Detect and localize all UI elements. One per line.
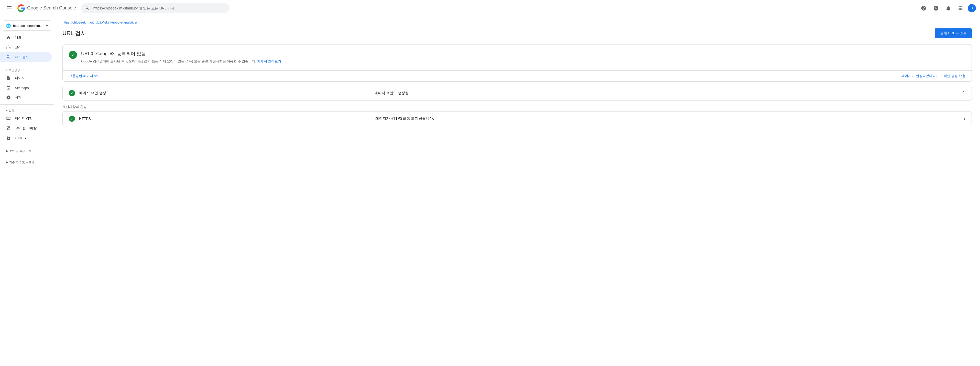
notifications-icon — [945, 5, 951, 11]
pages-icon — [6, 76, 11, 80]
sidebar-item-overview[interactable]: 개요 — [0, 33, 52, 43]
apps-icon — [958, 5, 963, 11]
sidebar-section-experience[interactable]: ▾ 실험 — [0, 107, 54, 113]
sidebar-item-https-label: HTTPS — [15, 136, 26, 140]
page-title: URL 검사 — [62, 29, 86, 37]
https-icon — [6, 135, 11, 140]
sidebar-item-core-web-vitals[interactable]: 코어 웹 바이탈 — [0, 123, 52, 133]
sidebar-item-performance-label: 실적 — [15, 45, 21, 49]
breadcrumb: https://chloeeekim.github.io/jekyll-goog… — [54, 16, 980, 26]
sidebar-item-https[interactable]: HTTPS — [0, 133, 52, 143]
avatar[interactable]: U — [968, 4, 976, 12]
search-input[interactable] — [92, 6, 226, 10]
help-icon — [921, 5, 926, 11]
index-row-label: 페이지 색인 생성 — [79, 91, 370, 95]
sidebar-item-performance[interactable]: 실적 — [0, 43, 52, 52]
test-url-button[interactable]: 실제 URL 테스트 — [935, 29, 972, 38]
sidebar-section-legacy[interactable]: ▶ 기존 도구 및 보고서 — [0, 158, 54, 165]
https-row-label: HTTPS — [79, 117, 371, 121]
search-url-icon — [6, 55, 11, 59]
sidebar-section-indexing-label: 색인생성 — [9, 68, 20, 72]
sidebar-item-sitemaps-label: Sitemaps — [15, 86, 29, 90]
status-card-desc-text: Google 검색결과에 표시될 수 있으며(직접 조치 또는 삭제 요청이 없… — [81, 59, 256, 63]
sidebar-section-indexing[interactable]: ▾ 색인생성 — [0, 66, 54, 73]
chevron-down-icon-indexing: ▾ — [6, 68, 8, 72]
improvements-header-label: 개선사항과 환경 — [62, 105, 87, 109]
success-icon: ✓ — [69, 51, 77, 59]
index-row-value: 페이지 색인이 생성됨 — [374, 91, 957, 95]
https-row-value: 페이지가 HTTPS를 통해 제공됩니다. — [375, 116, 960, 121]
status-card-title: URL이 Google에 등록되어 있음 — [81, 51, 966, 57]
sidebar-item-page-experience[interactable]: 페이지 경험 — [0, 113, 52, 123]
apps-button[interactable] — [955, 3, 966, 13]
search-icon — [85, 6, 89, 11]
status-card-desc: Google 검색결과에 표시될 수 있으며(직접 조치 또는 삭제 요청이 없… — [81, 59, 966, 64]
status-card-header: ✓ URL이 Google에 등록되어 있음 Google 검색결과에 표시될 … — [63, 45, 972, 70]
index-request-link[interactable]: 색인 생성 요청 — [943, 74, 966, 78]
sidebar-divider-3 — [0, 145, 54, 145]
sidebar-item-url-label: URL 검사 — [15, 55, 29, 59]
sidebar-item-url-inspection[interactable]: URL 검사 — [0, 52, 52, 62]
sidebar-item-pages-label: 페이지 — [15, 76, 25, 80]
sidebar-divider-1 — [0, 64, 54, 64]
sidebar-item-sitemaps[interactable]: Sitemaps — [0, 83, 52, 92]
page-changed-link[interactable]: 페이지가 변경되었나요? — [902, 74, 937, 78]
breadcrumb-url[interactable]: https://chloeeekim.github.io/jekyll-goog… — [62, 21, 137, 24]
core-web-vitals-icon — [6, 126, 11, 130]
main-layout: 🌐 https://chloeeekim... ▾ 개요 실적 URL 검사 — [0, 16, 980, 366]
https-success-icon: ✓ — [69, 116, 75, 122]
topbar: Google Search Console — [0, 0, 980, 16]
sidebar-item-removals-label: 삭제 — [15, 95, 21, 100]
chevron-down-icon: ▾ — [46, 23, 48, 29]
search-container — [81, 3, 229, 13]
chevron-up-icon: ⌃ — [961, 90, 966, 96]
page-experience-icon — [6, 116, 11, 121]
search-box — [81, 3, 229, 13]
app-title: Google Search Console — [27, 5, 76, 11]
sidebar-item-overview-label: 개요 — [15, 35, 21, 40]
removals-icon — [6, 95, 11, 100]
help-button[interactable] — [919, 3, 929, 13]
property-selector[interactable]: 🌐 https://chloeeekim... ▾ — [3, 21, 51, 31]
google-g-icon — [18, 4, 25, 12]
sidebar-section-legacy-label: 기존 도구 및 보고서 — [9, 161, 34, 164]
content-area: https://chloeeekim.github.io/jekyll-goog… — [54, 16, 980, 366]
notifications-button[interactable] — [943, 3, 953, 13]
sidebar-section-security[interactable]: ▶ 보안 및 직접 조치 — [0, 147, 54, 154]
sidebar-item-removals[interactable]: 삭제 — [0, 92, 52, 102]
sidebar-section-security-label: 보안 및 직접 조치 — [9, 149, 31, 153]
home-icon — [6, 35, 11, 40]
status-card: ✓ URL이 Google에 등록되어 있음 Google 검색결과에 표시될 … — [62, 44, 972, 81]
app-logo: Google Search Console — [18, 4, 76, 12]
status-card-info: URL이 Google에 등록되어 있음 Google 검색결과에 표시될 수 … — [81, 51, 966, 64]
sidebar-divider-2 — [0, 104, 54, 105]
bar-chart-icon — [6, 45, 11, 49]
chevron-right-icon-https: › — [964, 116, 966, 121]
sidebar-item-pages[interactable]: 페이지 — [0, 73, 52, 83]
https-expand-row[interactable]: ✓ HTTPS 페이지가 HTTPS를 통해 제공됩니다. › — [62, 111, 972, 126]
index-success-icon: ✓ — [69, 90, 75, 96]
learn-more-link[interactable]: 자세히 알아보기 — [257, 59, 282, 63]
sidebar-item-page-experience-label: 페이지 경험 — [15, 116, 32, 121]
chevron-right-icon-security: ▶ — [6, 150, 8, 153]
property-label: https://chloeeekim... — [13, 24, 44, 28]
improvements-header: 개선사항과 환경 — [54, 103, 980, 111]
property-icon: 🌐 — [6, 23, 11, 28]
search-all-button[interactable] — [931, 3, 941, 13]
status-card-footer: 크롤링된 페이지 보기 페이지가 변경되었나요? 색인 생성 요청 — [63, 70, 972, 81]
index-expand-row[interactable]: ✓ 페이지 색인 생성 페이지 색인이 생성됨 ⌃ — [62, 86, 972, 100]
sitemap-icon — [6, 86, 11, 90]
chevron-right-icon-legacy: ▶ — [6, 161, 8, 164]
page-header: URL 검사 실제 URL 테스트 — [54, 26, 980, 44]
topbar-actions: U — [919, 3, 976, 13]
sidebar-item-core-web-vitals-label: 코어 웹 바이탈 — [15, 126, 37, 130]
sidebar: 🌐 https://chloeeekim... ▾ 개요 실적 URL 검사 — [0, 16, 54, 366]
hamburger-icon — [7, 6, 11, 10]
chevron-down-icon-experience: ▾ — [6, 109, 8, 112]
sidebar-section-experience-label: 실험 — [9, 109, 14, 113]
menu-button[interactable] — [4, 3, 14, 13]
crawled-page-link[interactable]: 크롤링된 페이지 보기 — [69, 74, 100, 78]
sidebar-divider-4 — [0, 156, 54, 156]
status-card-actions: 페이지가 변경되었나요? 색인 생성 요청 — [902, 74, 966, 78]
search-all-icon — [933, 5, 939, 11]
